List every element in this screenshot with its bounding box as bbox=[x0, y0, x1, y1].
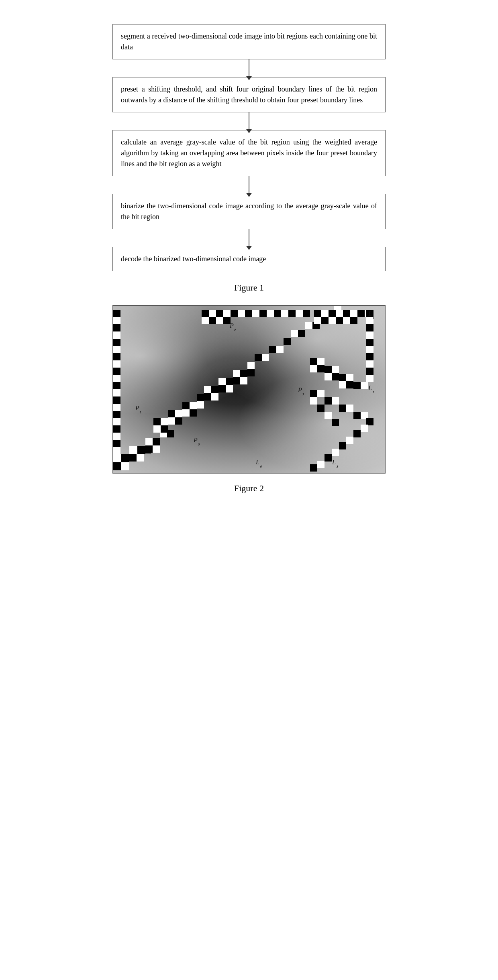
svg-rect-48 bbox=[204, 393, 211, 401]
svg-rect-22 bbox=[204, 386, 211, 393]
svg-rect-98 bbox=[346, 405, 353, 412]
svg-rect-71 bbox=[366, 324, 374, 331]
svg-rect-139 bbox=[113, 353, 120, 360]
svg-rect-115 bbox=[209, 310, 216, 317]
svg-rect-87 bbox=[310, 365, 317, 372]
flow-box-3-text: calculate an average gray-scale value of… bbox=[121, 138, 377, 168]
svg-rect-92 bbox=[346, 381, 353, 388]
svg-rect-51 bbox=[226, 385, 233, 392]
svg-rect-101 bbox=[366, 418, 374, 425]
flow-box-1: segment a received two-dimensional code … bbox=[112, 24, 386, 59]
svg-rect-95 bbox=[325, 397, 332, 405]
svg-rect-7 bbox=[137, 454, 144, 462]
flow-box-3: calculate an average gray-scale value of… bbox=[112, 130, 386, 176]
svg-rect-23 bbox=[211, 386, 218, 393]
svg-rect-145 bbox=[113, 396, 120, 404]
svg-rect-65 bbox=[329, 317, 336, 324]
svg-rect-120 bbox=[245, 310, 252, 317]
svg-rect-80 bbox=[317, 358, 325, 365]
svg-rect-5 bbox=[121, 462, 129, 470]
svg-rect-99 bbox=[353, 412, 361, 419]
svg-rect-143 bbox=[113, 382, 120, 389]
svg-rect-103 bbox=[353, 430, 361, 437]
svg-rect-121 bbox=[252, 310, 259, 317]
svg-rect-104 bbox=[346, 437, 353, 444]
figure2-container: P ₁ P ₂ P ₃ P ₀ L ₀ L ₁ L ₂ L ₃ Figure 2 bbox=[112, 305, 386, 494]
svg-rect-140 bbox=[113, 360, 120, 368]
svg-rect-127 bbox=[296, 310, 303, 317]
svg-rect-54 bbox=[247, 369, 255, 376]
svg-rect-76 bbox=[366, 360, 374, 368]
svg-text:₃: ₃ bbox=[336, 463, 339, 469]
svg-rect-47 bbox=[197, 401, 204, 409]
svg-rect-119 bbox=[238, 310, 245, 317]
svg-rect-21 bbox=[197, 394, 204, 401]
svg-rect-126 bbox=[288, 310, 296, 317]
svg-rect-72 bbox=[366, 331, 374, 339]
svg-rect-123 bbox=[267, 310, 274, 317]
arrow-3 bbox=[249, 176, 249, 194]
svg-rect-142 bbox=[113, 375, 120, 382]
svg-rect-130 bbox=[209, 317, 216, 324]
svg-rect-67 bbox=[343, 317, 350, 324]
arrow-1 bbox=[249, 59, 249, 77]
arrow-2 bbox=[249, 112, 249, 130]
svg-rect-150 bbox=[113, 433, 120, 440]
svg-rect-56 bbox=[321, 310, 329, 317]
svg-rect-60 bbox=[350, 310, 357, 317]
svg-rect-124 bbox=[274, 310, 281, 317]
svg-rect-64 bbox=[321, 317, 329, 324]
svg-rect-9 bbox=[145, 438, 153, 445]
svg-text:₁: ₁ bbox=[139, 409, 141, 415]
svg-rect-41 bbox=[153, 425, 161, 433]
svg-rect-125 bbox=[281, 310, 288, 317]
svg-rect-36 bbox=[305, 322, 312, 329]
svg-rect-26 bbox=[233, 370, 240, 377]
svg-rect-4 bbox=[113, 462, 121, 470]
svg-rect-113 bbox=[332, 419, 339, 426]
svg-rect-16 bbox=[161, 418, 168, 425]
svg-rect-27 bbox=[240, 370, 247, 377]
svg-rect-61 bbox=[357, 310, 365, 317]
flow-box-5-text: decode the binarized two-dimensional cod… bbox=[121, 255, 266, 263]
svg-rect-44 bbox=[175, 417, 182, 425]
qr-svg: P ₁ P ₂ P ₃ P ₀ L ₀ L ₁ L ₂ L ₃ bbox=[113, 306, 385, 473]
svg-rect-137 bbox=[113, 339, 120, 346]
svg-rect-28 bbox=[247, 362, 255, 369]
svg-rect-93 bbox=[310, 390, 317, 397]
svg-rect-83 bbox=[339, 374, 346, 381]
flow-box-2-text: preset a shifting threshold, and shift f… bbox=[121, 85, 377, 104]
svg-text:P: P bbox=[229, 322, 234, 329]
svg-rect-109 bbox=[310, 464, 317, 472]
svg-rect-52 bbox=[233, 377, 240, 384]
figure1-label: Figure 1 bbox=[234, 283, 264, 293]
svg-rect-105 bbox=[339, 442, 346, 449]
svg-rect-133 bbox=[113, 310, 120, 317]
svg-rect-34 bbox=[291, 330, 298, 337]
svg-rect-17 bbox=[168, 410, 175, 417]
svg-rect-149 bbox=[113, 425, 120, 433]
svg-text:L: L bbox=[368, 310, 372, 317]
svg-rect-100 bbox=[361, 412, 368, 419]
svg-rect-50 bbox=[218, 385, 226, 392]
svg-rect-55 bbox=[314, 310, 321, 317]
svg-rect-97 bbox=[339, 405, 346, 412]
svg-rect-144 bbox=[113, 389, 120, 396]
figure2-image: P ₁ P ₂ P ₃ P ₀ L ₀ L ₁ L ₂ L ₃ bbox=[112, 305, 386, 474]
svg-rect-110 bbox=[310, 397, 317, 405]
svg-rect-148 bbox=[113, 418, 120, 425]
svg-rect-151 bbox=[113, 440, 120, 447]
svg-rect-90 bbox=[332, 373, 339, 380]
flow-box-1-text: segment a received two-dimensional code … bbox=[121, 32, 377, 51]
svg-rect-111 bbox=[317, 405, 325, 412]
svg-rect-10 bbox=[153, 438, 160, 445]
svg-rect-141 bbox=[113, 368, 120, 375]
svg-rect-131 bbox=[216, 317, 223, 324]
svg-text:P: P bbox=[298, 386, 302, 393]
svg-rect-14 bbox=[153, 445, 160, 453]
svg-rect-79 bbox=[310, 358, 317, 365]
flowchart: segment a received two-dimensional code … bbox=[112, 24, 386, 494]
svg-rect-75 bbox=[366, 353, 374, 360]
svg-rect-68 bbox=[350, 317, 357, 324]
svg-text:L: L bbox=[332, 459, 336, 466]
